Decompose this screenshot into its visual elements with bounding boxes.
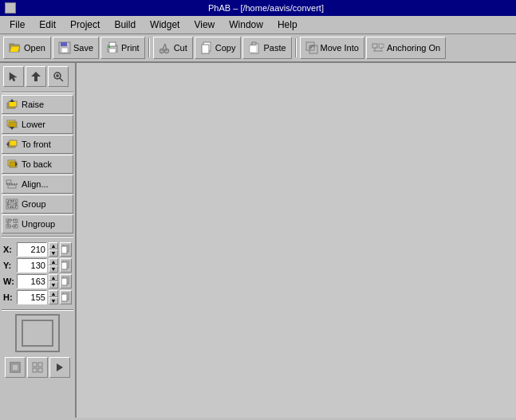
menu-edit[interactable]: Edit xyxy=(33,18,62,32)
menu-project[interactable]: Project xyxy=(64,18,106,32)
arrow-tool[interactable] xyxy=(26,66,46,87)
h-input[interactable] xyxy=(17,290,47,304)
bottom-play-btn[interactable] xyxy=(49,357,70,378)
bottom-widget-btn[interactable] xyxy=(5,357,26,378)
menu-build[interactable]: Build xyxy=(108,18,142,32)
anchoring-icon xyxy=(372,41,384,54)
svg-rect-52 xyxy=(8,201,16,207)
svg-rect-69 xyxy=(38,363,42,367)
svg-rect-34 xyxy=(9,101,17,107)
y-input[interactable] xyxy=(17,258,47,273)
w-spin-up[interactable]: ▲ xyxy=(49,274,58,281)
open-icon xyxy=(9,41,22,54)
h-label: H: xyxy=(3,292,15,302)
w-copy-btn[interactable] xyxy=(60,274,72,289)
svg-rect-53 xyxy=(8,220,16,226)
anchoring-label: Anchoring On xyxy=(387,43,440,53)
paste-button[interactable]: Paste xyxy=(242,37,291,59)
tool-row xyxy=(2,65,73,88)
svg-rect-5 xyxy=(61,48,68,53)
lower-button[interactable]: Lower xyxy=(2,115,73,134)
h-spin-down[interactable]: ▼ xyxy=(49,297,58,304)
separator-1 xyxy=(148,38,150,57)
svg-rect-22 xyxy=(372,44,377,48)
save-button[interactable]: Save xyxy=(53,37,99,59)
coord-w-row: W: ▲ ▼ xyxy=(3,274,72,289)
anchoring-button[interactable]: Anchoring On xyxy=(366,37,446,59)
pointer-tool[interactable] xyxy=(3,66,24,87)
main-area: Raise Lower To front xyxy=(0,63,516,418)
paste-icon xyxy=(248,41,261,54)
ungroup-button[interactable]: Ungroup xyxy=(2,214,73,234)
svg-rect-59 xyxy=(61,246,67,253)
preview-box xyxy=(15,314,60,352)
h-spin-up[interactable]: ▲ xyxy=(49,290,58,297)
title-text: PhAB – [/home/aavis/convert] xyxy=(21,3,511,13)
save-icon xyxy=(58,41,71,54)
align-button[interactable]: Align... xyxy=(2,175,73,194)
y-spin-down[interactable]: ▼ xyxy=(49,265,58,273)
title-bar: PhAB – [/home/aavis/convert] xyxy=(0,0,516,16)
menu-bar: File Edit Project Build Widget View Wind… xyxy=(0,16,516,34)
to-front-button[interactable]: To front xyxy=(2,135,73,154)
copy-button[interactable]: Copy xyxy=(195,37,242,59)
w-input[interactable] xyxy=(17,274,47,289)
open-label: Open xyxy=(24,43,45,53)
x-copy-btn[interactable] xyxy=(60,242,72,257)
raise-button[interactable]: Raise xyxy=(2,95,73,114)
w-label: W: xyxy=(3,277,15,286)
menu-view[interactable]: View xyxy=(187,18,221,32)
svg-rect-9 xyxy=(108,46,110,48)
print-icon xyxy=(106,41,119,54)
align-icon xyxy=(6,178,18,190)
to-back-button[interactable]: To back xyxy=(2,155,73,174)
save-label: Save xyxy=(73,43,93,53)
y-copy-btn[interactable] xyxy=(60,258,72,273)
menu-window[interactable]: Window xyxy=(223,18,270,32)
h-copy-btn[interactable] xyxy=(60,290,72,304)
bottom-grid-btn[interactable] xyxy=(27,357,48,378)
w-spin: ▲ ▼ xyxy=(49,274,58,289)
svg-rect-63 xyxy=(61,278,67,285)
lower-label: Lower xyxy=(22,120,45,129)
svg-marker-72 xyxy=(57,363,63,371)
to-front-icon xyxy=(6,138,18,151)
move-into-label: Move Into xyxy=(321,43,359,53)
svg-rect-15 xyxy=(202,45,209,53)
coord-y-row: Y: ▲ ▼ xyxy=(3,258,72,273)
separator-2 xyxy=(295,38,297,57)
x-spin-down[interactable]: ▼ xyxy=(49,249,58,257)
svg-rect-40 xyxy=(10,140,17,146)
sidebar: Raise Lower To front xyxy=(0,63,77,418)
zoom-tool[interactable] xyxy=(48,66,69,87)
menu-widget[interactable]: Widget xyxy=(144,18,186,32)
print-label: Print xyxy=(121,43,140,53)
to-back-icon xyxy=(6,158,18,171)
open-button[interactable]: Open xyxy=(3,37,51,59)
svg-rect-18 xyxy=(250,45,257,53)
to-front-label: To front xyxy=(22,139,51,149)
sidebar-separator-3 xyxy=(2,309,73,311)
group-label: Group xyxy=(22,199,46,209)
svg-rect-45 xyxy=(6,180,11,183)
cut-icon xyxy=(159,41,171,54)
canvas-area[interactable] xyxy=(77,63,516,418)
ungroup-icon xyxy=(6,218,18,230)
svg-rect-8 xyxy=(109,49,116,53)
move-into-button[interactable]: Move Into xyxy=(300,37,364,59)
x-input[interactable] xyxy=(17,242,47,257)
cut-button[interactable]: Cut xyxy=(153,37,193,59)
copy-icon xyxy=(200,41,213,54)
y-label: Y: xyxy=(3,261,15,270)
w-spin-down[interactable]: ▼ xyxy=(49,281,58,289)
align-label: Align... xyxy=(22,179,49,189)
menu-file[interactable]: File xyxy=(3,18,31,32)
menu-help[interactable]: Help xyxy=(271,18,304,32)
group-button[interactable]: Group xyxy=(2,194,73,214)
print-button[interactable]: Print xyxy=(100,37,145,59)
move-into-icon xyxy=(305,41,318,54)
y-spin-up[interactable]: ▲ xyxy=(49,258,58,265)
x-spin: ▲ ▼ xyxy=(49,242,58,257)
x-spin-up[interactable]: ▲ xyxy=(49,242,58,249)
svg-marker-38 xyxy=(10,127,14,130)
